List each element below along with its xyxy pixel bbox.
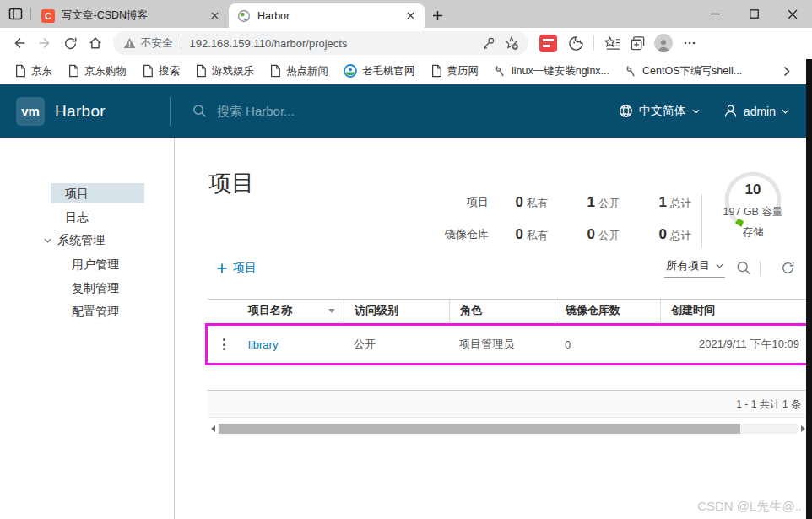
browser-tab-csdn[interactable]: C 写文章-CSDN博客	[33, 3, 229, 28]
add-favorite-star-icon[interactable]	[500, 32, 523, 54]
more-menu-icon[interactable]	[677, 30, 702, 56]
password-key-icon[interactable]	[476, 32, 500, 54]
tab-title: Harbor	[257, 10, 403, 22]
csdn-favicon: C	[41, 9, 55, 23]
table-search-icon[interactable]	[736, 260, 751, 276]
maximize-icon[interactable]	[734, 0, 773, 28]
column-header-created[interactable]: 创建时间	[660, 300, 808, 322]
window-controls	[696, 0, 812, 28]
sidebar-item-administration[interactable]: 系统管理	[44, 230, 144, 251]
cell-repo-count: 0	[555, 338, 660, 351]
harbor-search[interactable]	[192, 103, 384, 119]
chevron-down-icon	[44, 238, 51, 243]
minimize-icon[interactable]	[696, 0, 734, 28]
back-icon[interactable]	[7, 30, 32, 56]
stat-row-label: 项目	[421, 193, 489, 213]
column-filter-icon[interactable]	[328, 309, 335, 313]
sidebar-item-projects[interactable]: 项目	[51, 183, 144, 203]
tab-close-icon[interactable]	[207, 8, 222, 24]
table-refresh-icon[interactable]	[780, 261, 795, 275]
column-header-access[interactable]: 访问级别	[344, 300, 449, 322]
page-icon	[269, 64, 281, 78]
favorites-bar-icon[interactable]	[599, 30, 625, 56]
projects-page: 项目 项目 0私有 1公开 1总计 镜像仓库 0私有 0公开 0总计	[175, 138, 812, 519]
blog-site-icon	[494, 64, 506, 78]
page-icon	[430, 64, 442, 78]
address-divider	[181, 37, 181, 49]
scrollbar-thumb[interactable]	[219, 424, 740, 434]
actions-row: 项目 所有项目	[217, 258, 795, 278]
chevron-down-icon	[716, 263, 723, 268]
laomaotao-site-icon	[344, 64, 357, 78]
scrollbar-track[interactable]	[218, 424, 798, 434]
blog-site-icon	[625, 64, 637, 78]
gauge-arc	[723, 170, 782, 230]
close-window-icon[interactable]	[773, 0, 812, 28]
page-icon	[195, 64, 207, 78]
sidebar-item-logs[interactable]: 日志	[51, 207, 144, 227]
gauge-capacity: 197 GB 容量	[712, 205, 793, 219]
collections-icon[interactable]	[625, 30, 650, 56]
profile-avatar[interactable]	[654, 34, 673, 52]
home-icon[interactable]	[83, 30, 108, 56]
browser-tab-harbor[interactable]: Harbor	[229, 3, 425, 28]
plus-icon	[217, 263, 227, 273]
column-header-repos[interactable]: 镜像仓库数	[555, 300, 660, 322]
bookmark-item[interactable]: 老毛桃官网	[336, 61, 423, 81]
cell-role: 项目管理员	[449, 337, 555, 352]
forward-icon[interactable]	[32, 30, 57, 56]
sidebar-item-replication[interactable]: 复制管理	[72, 278, 144, 298]
stat-private: 0私有	[489, 225, 548, 245]
table-row: library 公开 项目管理员 0 2021/9/11 下午10:09	[208, 326, 808, 363]
new-tab-button[interactable]	[425, 3, 450, 28]
bookmark-item[interactable]: 京东	[7, 61, 60, 81]
header-divider	[170, 97, 171, 126]
sidebar-item-configuration[interactable]: 配置管理	[72, 301, 144, 322]
csdn-extension-icon[interactable]	[539, 35, 557, 52]
page-title: 项目	[208, 168, 254, 198]
sidebar-item-users[interactable]: 用户管理	[72, 254, 144, 274]
project-link[interactable]: library	[248, 338, 344, 351]
bookmark-item[interactable]: 黄历网	[423, 61, 487, 81]
bookmarks-overflow-icon[interactable]	[783, 66, 790, 77]
language-selector[interactable]: 中文简体	[611, 104, 707, 119]
content-area: 项目 日志 系统管理 用户管理 复制管理 配置管理 项目 项目 0私有 1公开 …	[0, 138, 812, 519]
project-filter-dropdown[interactable]: 所有项目	[664, 258, 725, 278]
username-label: admin	[744, 105, 776, 118]
search-icon	[192, 104, 207, 118]
scroll-left-icon[interactable]	[208, 425, 218, 432]
security-label: 不安全	[141, 36, 173, 51]
bookmark-item[interactable]: 热点新闻	[262, 61, 336, 81]
harbor-search-input[interactable]	[215, 103, 384, 119]
bookmark-item[interactable]: 搜索	[134, 61, 187, 81]
refresh-icon[interactable]	[57, 30, 83, 56]
user-menu[interactable]: admin	[716, 104, 797, 118]
tab-actions-icon[interactable]	[0, 0, 30, 28]
row-actions-kebab-icon[interactable]	[208, 338, 248, 350]
bookmark-item[interactable]: 京东购物	[60, 61, 134, 81]
stats-divider	[701, 194, 702, 248]
new-project-button[interactable]: 项目	[217, 261, 257, 276]
address-bar[interactable]: 不安全 192.168.159.110/harbor/projects	[113, 31, 528, 55]
bookmark-item[interactable]: 游戏娱乐	[187, 61, 262, 81]
column-header-name[interactable]: 项目名称	[248, 300, 344, 322]
screen-edge-strip	[806, 59, 812, 519]
stat-public: 1公开	[548, 193, 620, 213]
bookmarks-bar: 京东 京东购物 搜索 游戏娱乐 热点新闻 老毛桃官网 黄历网 linux一键安	[0, 58, 812, 84]
bookmark-item[interactable]: linux一键安装nginx...	[486, 61, 617, 81]
brand-title: Harbor	[55, 102, 106, 121]
tab-close-icon[interactable]	[403, 8, 418, 24]
pagination-label: 1 - 1 共计 1 条	[736, 398, 801, 410]
horizontal-scrollbar[interactable]	[208, 421, 808, 435]
stat-total: 0总计	[620, 225, 691, 245]
stat-row-label: 镜像仓库	[421, 225, 489, 245]
cookie-icon[interactable]	[563, 30, 588, 56]
header-spacer	[208, 300, 248, 322]
toolbar-divider	[593, 35, 594, 51]
stat-public: 0公开	[548, 225, 620, 245]
bookmark-item[interactable]: CentOS下编写shell...	[617, 61, 750, 81]
table-header-row: 项目名称 访问级别 角色 镜像仓库数 创建时间	[208, 299, 808, 322]
tab-strip: C 写文章-CSDN博客 Harbor	[0, 0, 812, 28]
chevron-down-icon	[782, 109, 789, 114]
column-header-role[interactable]: 角色	[449, 300, 555, 322]
